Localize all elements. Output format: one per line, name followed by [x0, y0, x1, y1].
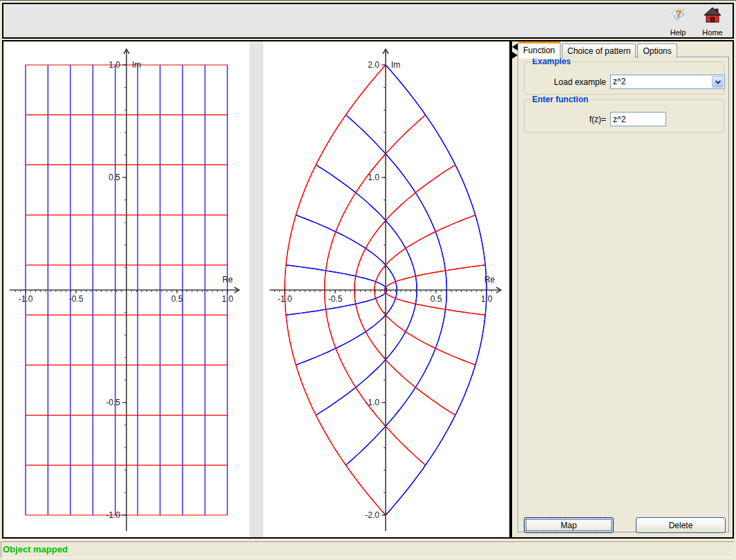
map-button[interactable]: Map	[524, 517, 614, 533]
home-icon	[704, 7, 721, 28]
tab-bar: Function Choice of pattern Options	[518, 43, 679, 58]
home-button[interactable]: Home	[697, 7, 728, 36]
combobox-value: z^2	[611, 75, 711, 88]
svg-text:-0.5: -0.5	[106, 398, 120, 407]
delete-button[interactable]: Delete	[636, 517, 726, 533]
status-bar: Object mapped	[1, 541, 735, 558]
svg-text:0.5: 0.5	[171, 294, 183, 304]
w-plane-plot[interactable]: -1.0-0.50.51.02.01.0-1.0-2.0ReIm	[263, 41, 509, 537]
svg-text:Re: Re	[484, 275, 496, 284]
help-icon: ?	[669, 7, 687, 28]
svg-text:-1.0: -1.0	[106, 510, 120, 520]
app-window: ? Help Home -1.0-0.50.51.01.00.5-0.5-1.0…	[0, 0, 736, 560]
chevron-down-icon[interactable]	[712, 76, 724, 88]
svg-text:-1.0: -1.0	[19, 294, 33, 304]
control-panel: Function Choice of pattern Options Examp…	[511, 40, 734, 539]
tab-options[interactable]: Options	[637, 44, 677, 58]
load-example-label: Load example	[532, 77, 606, 87]
svg-text:-1.0: -1.0	[365, 398, 379, 407]
svg-text:1.0: 1.0	[108, 60, 120, 70]
load-example-combobox[interactable]: z^2	[610, 75, 725, 89]
svg-text:?: ?	[676, 8, 682, 19]
svg-text:0.5: 0.5	[108, 173, 120, 182]
z-plane-plot[interactable]: -1.0-0.50.51.01.00.5-0.5-1.0ReIm	[3, 41, 249, 537]
svg-text:-0.5: -0.5	[69, 294, 84, 304]
svg-text:1.0: 1.0	[481, 294, 493, 304]
svg-text:Re: Re	[223, 275, 234, 284]
svg-text:1.0: 1.0	[222, 294, 234, 304]
tab-choice-of-pattern[interactable]: Choice of pattern	[562, 44, 636, 58]
svg-text:1.0: 1.0	[368, 173, 379, 182]
svg-text:Im: Im	[391, 60, 400, 70]
split-collapse-right-icon[interactable]	[512, 52, 518, 59]
svg-text:-0.5: -0.5	[328, 294, 343, 304]
fz-label: f(z)=	[558, 115, 606, 124]
plot-divider	[249, 41, 263, 537]
toolbar: ? Help Home	[2, 3, 734, 39]
svg-text:Im: Im	[132, 60, 141, 70]
svg-text:2.0: 2.0	[368, 60, 379, 70]
function-input[interactable]	[610, 112, 666, 126]
svg-text:-1.0: -1.0	[278, 294, 292, 304]
function-tab-page: Examples Load example z^2 Enter function…	[518, 57, 729, 532]
svg-text:0.5: 0.5	[431, 294, 442, 304]
help-label: Help	[670, 28, 686, 37]
tab-function[interactable]: Function	[518, 41, 560, 59]
enter-function-group-title: Enter function	[530, 95, 590, 104]
help-button[interactable]: ? Help	[663, 7, 693, 36]
split-collapse-left-icon[interactable]	[512, 44, 518, 50]
home-label: Home	[702, 28, 722, 37]
svg-text:-2.0: -2.0	[365, 510, 379, 520]
plots-container: -1.0-0.50.51.01.00.5-0.5-1.0ReIm -1.0-0.…	[2, 40, 511, 539]
status-text: Object mapped	[1, 544, 68, 554]
